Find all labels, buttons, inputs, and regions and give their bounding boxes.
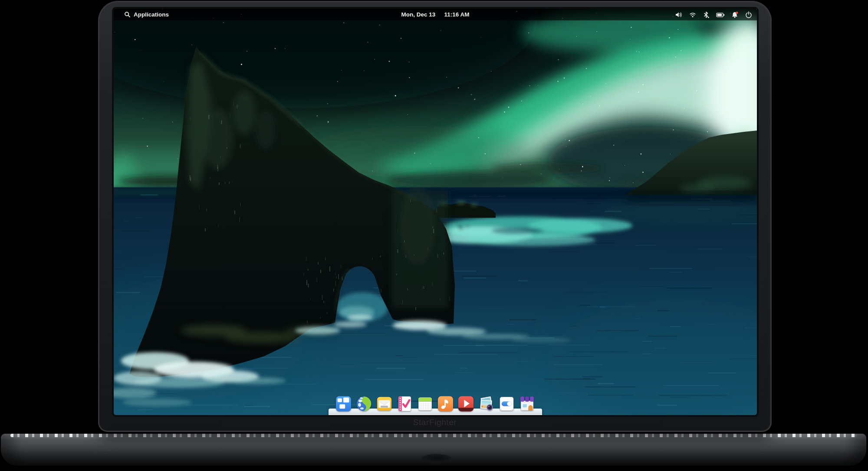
dock-item-mail[interactable] [376,395,393,412]
system-settings-icon [498,395,516,412]
dock-item-multitasking-view[interactable] [335,395,352,412]
appcenter-icon [519,395,536,412]
laptop-base [1,434,866,466]
multitasking-view-icon [335,395,352,412]
notifications-icon[interactable] [731,11,739,19]
applications-menu[interactable]: Applications [124,11,169,18]
notification-badge [736,11,738,13]
power-icon[interactable] [745,11,752,19]
datetime-indicator[interactable]: Mon, Dec 13 11:16 AM [401,11,470,18]
dock-item-system-settings[interactable] [498,395,516,412]
panel-time: 11:16 AM [444,11,469,18]
search-icon [124,11,131,18]
keyboard-edge-highlight [10,434,857,437]
dock-item-appcenter[interactable] [519,395,536,412]
dock-item-videos[interactable] [457,395,475,412]
lid-lift-notch [420,454,452,463]
wallpaper [114,9,757,415]
battery-icon[interactable] [716,11,725,19]
brand-label: StarFighter [98,418,772,427]
music-icon [437,395,454,412]
dock-item-photos[interactable] [478,395,495,412]
bluetooth-icon[interactable] [703,11,710,19]
dock-item-web-browser[interactable] [355,395,373,412]
top-panel: Applications Mon, Dec 13 11:16 AM [114,9,757,20]
panel-date: Mon, Dec 13 [401,11,436,18]
laptop-photo: StarFighter [0,0,868,471]
mail-icon [376,395,393,412]
screen: Applications Mon, Dec 13 11:16 AM [114,9,757,415]
dock-item-calendar[interactable] [417,395,434,412]
volume-icon[interactable] [675,11,683,19]
tasks-icon [396,395,414,412]
photos-icon [478,395,495,412]
calendar-icon [417,395,434,412]
applications-label: Applications [134,11,169,18]
web-browser-icon [355,395,373,412]
videos-icon [457,395,475,412]
dock [329,390,542,415]
wifi-icon[interactable] [689,11,696,19]
dock-item-music[interactable] [437,395,454,412]
dock-item-tasks[interactable] [396,395,414,412]
